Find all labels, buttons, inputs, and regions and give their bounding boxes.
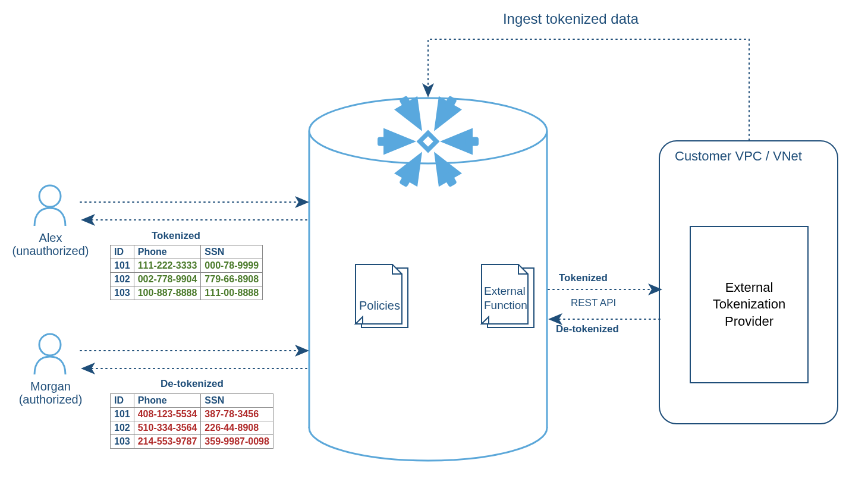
ingest-label: Ingest tokenized data <box>452 11 690 28</box>
svg-point-0 <box>309 395 547 461</box>
tokenized-header-phone: Phone <box>134 245 201 259</box>
user-alex-icon <box>34 185 65 226</box>
provider-line3: Provider <box>725 314 773 329</box>
table-row: 103 214-553-9787 359-9987-0098 <box>111 435 273 449</box>
external-tokenization-provider-box: External Tokenization Provider <box>690 226 809 383</box>
svg-rect-6 <box>443 171 457 187</box>
svg-point-4 <box>309 98 547 163</box>
svg-rect-1 <box>309 131 547 428</box>
user-morgan-icon <box>34 334 65 374</box>
vpc-title: Customer VPC / VNet <box>675 149 802 164</box>
snowflake-cylinder <box>309 98 547 461</box>
detokenized-header-phone: Phone <box>134 394 201 408</box>
user-morgan-name: Morgan <box>12 379 89 393</box>
tokenized-header-ssn: SSN <box>201 245 263 259</box>
user-morgan-role: (authorized) <box>12 392 89 407</box>
detokenized-table: ID Phone SSN 101 408-123-5534 387-78-345… <box>110 393 273 449</box>
svg-rect-9 <box>399 96 413 112</box>
flow-tokenized-label: Tokenized <box>559 272 608 284</box>
svg-point-16 <box>39 334 61 355</box>
policies-document-icon <box>356 264 408 327</box>
table-row: 101 111-222-3333 000-78-9999 <box>111 259 263 273</box>
arrow-ingest <box>428 39 749 140</box>
tokenized-title: Tokenized <box>152 230 200 242</box>
policies-label: Policies <box>359 298 400 313</box>
flow-rest-api-label: REST API <box>571 297 616 309</box>
provider-line2: Tokenization <box>713 297 785 311</box>
svg-rect-11 <box>417 130 440 153</box>
svg-rect-7 <box>399 171 413 187</box>
snowflake-logo-icon <box>378 91 479 192</box>
detokenized-header-ssn: SSN <box>201 394 273 408</box>
provider-line1: External <box>725 280 773 295</box>
svg-rect-12 <box>423 136 433 147</box>
svg-rect-10 <box>443 96 457 112</box>
tokenized-table: ID Phone SSN 101 111-222-3333 000-78-999… <box>110 245 263 300</box>
detokenized-header-id: ID <box>111 394 134 408</box>
detokenized-title: De-tokenized <box>161 378 224 390</box>
svg-rect-13 <box>361 268 408 327</box>
svg-rect-8 <box>378 137 391 146</box>
user-alex-role: (unauthorized) <box>12 244 89 258</box>
external-function-label: External Function <box>484 284 527 313</box>
tokenized-header-id: ID <box>111 245 134 259</box>
user-alex-name: Alex <box>12 231 89 245</box>
table-row: 103 100-887-8888 111-00-8888 <box>111 286 263 300</box>
table-row: 101 408-123-5534 387-78-3456 <box>111 408 273 421</box>
flow-detokenized-label: De-tokenized <box>556 323 619 335</box>
svg-rect-5 <box>466 137 479 146</box>
table-row: 102 510-334-3564 226-44-8908 <box>111 421 273 435</box>
svg-point-15 <box>39 185 61 207</box>
table-row: 102 002-778-9904 779-66-8908 <box>111 273 263 286</box>
